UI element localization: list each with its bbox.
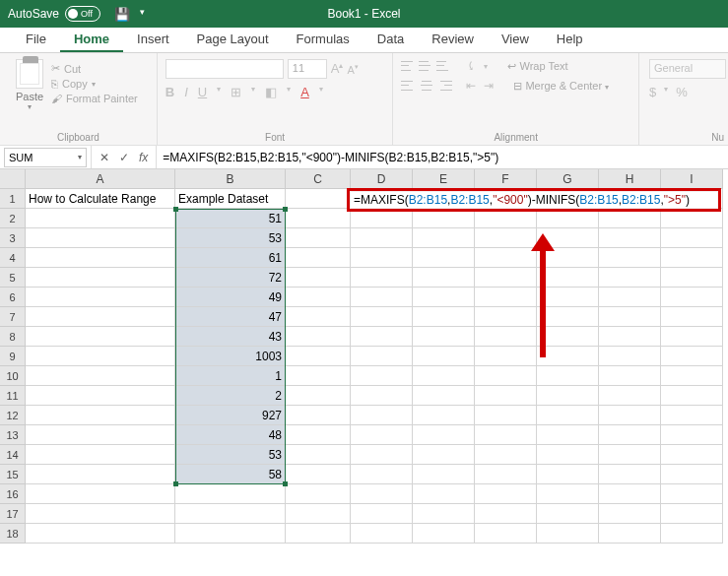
cell[interactable] <box>351 288 413 307</box>
cell[interactable] <box>661 209 723 228</box>
cell[interactable] <box>413 504 475 524</box>
cell[interactable] <box>599 288 661 307</box>
cell-B15[interactable]: 58 <box>175 465 286 484</box>
cell[interactable] <box>351 386 413 406</box>
cell-B8[interactable]: 43 <box>175 327 286 347</box>
underline-button[interactable]: U <box>198 85 207 99</box>
format-painter-button[interactable]: 🖌Format Painter <box>51 93 138 104</box>
cell[interactable] <box>537 406 599 425</box>
cell[interactable] <box>475 524 537 544</box>
cell[interactable] <box>475 465 537 484</box>
cell[interactable] <box>537 288 599 307</box>
italic-button[interactable]: I <box>184 85 188 99</box>
font-color-icon[interactable]: A <box>300 85 309 99</box>
cell[interactable] <box>286 465 351 484</box>
cell[interactable] <box>537 366 599 386</box>
grow-font-icon[interactable]: A▴ <box>331 61 344 76</box>
cell[interactable] <box>413 209 475 228</box>
cell[interactable] <box>661 386 723 406</box>
wrap-text-button[interactable]: Wrap Text <box>519 60 567 72</box>
cell[interactable] <box>26 386 175 406</box>
cell[interactable] <box>286 268 351 288</box>
selection-handle[interactable] <box>283 481 288 486</box>
cell-B9[interactable]: 1003 <box>175 347 286 366</box>
formula-input[interactable]: =MAXIFS(B2:B15,B2:B15,"<900")-MINIFS(B2:… <box>157 149 728 166</box>
row-header[interactable]: 2 <box>0 209 26 228</box>
cell[interactable] <box>413 307 475 327</box>
fill-color-icon[interactable]: ◧ <box>265 85 277 99</box>
cell[interactable] <box>26 288 175 307</box>
save-icon[interactable]: 💾 <box>114 7 130 22</box>
row-header[interactable]: 13 <box>0 425 26 445</box>
bold-button[interactable]: B <box>165 85 174 99</box>
row-header[interactable]: 7 <box>0 307 26 327</box>
select-all-corner[interactable] <box>0 169 26 189</box>
fx-icon[interactable]: fx <box>139 151 148 164</box>
cell[interactable] <box>351 366 413 386</box>
cell[interactable] <box>599 307 661 327</box>
cell[interactable] <box>661 445 723 465</box>
cell[interactable] <box>537 228 599 248</box>
cell[interactable] <box>661 524 723 544</box>
percent-button[interactable]: % <box>676 85 688 99</box>
cell[interactable] <box>413 484 475 504</box>
font-name-select[interactable] <box>165 59 284 79</box>
tab-home[interactable]: Home <box>60 28 123 52</box>
cut-button[interactable]: ✂Cut <box>51 62 138 75</box>
col-header-A[interactable]: A <box>26 169 175 189</box>
cell-B10[interactable]: 1 <box>175 366 286 386</box>
cell-B7[interactable]: 47 <box>175 307 286 327</box>
cell[interactable] <box>475 228 537 248</box>
cell[interactable] <box>661 425 723 445</box>
col-header-C[interactable]: C <box>286 169 351 189</box>
cell[interactable] <box>475 327 537 347</box>
tab-help[interactable]: Help <box>543 28 597 52</box>
cell-B2[interactable]: 51 <box>175 209 286 228</box>
cell[interactable] <box>661 228 723 248</box>
cell[interactable] <box>413 268 475 288</box>
row-header[interactable]: 10 <box>0 366 26 386</box>
cell[interactable] <box>661 406 723 425</box>
copy-button[interactable]: ⎘Copy ▾ <box>51 78 138 90</box>
cell[interactable] <box>175 504 286 524</box>
cell[interactable] <box>599 406 661 425</box>
row-header[interactable]: 8 <box>0 327 26 347</box>
cell[interactable] <box>537 504 599 524</box>
qat-dropdown-icon[interactable]: ▾ <box>140 7 145 22</box>
cell-B3[interactable]: 53 <box>175 228 286 248</box>
cell[interactable] <box>537 386 599 406</box>
cell-B14[interactable]: 53 <box>175 445 286 465</box>
cell[interactable] <box>26 228 175 248</box>
tab-insert[interactable]: Insert <box>123 28 183 52</box>
cell[interactable] <box>413 327 475 347</box>
cell[interactable] <box>599 347 661 366</box>
cell[interactable] <box>286 248 351 268</box>
cancel-icon[interactable]: ✕ <box>99 151 109 164</box>
cell-B5[interactable]: 72 <box>175 268 286 288</box>
tab-file[interactable]: File <box>12 28 60 52</box>
cell[interactable] <box>351 248 413 268</box>
cell[interactable] <box>475 307 537 327</box>
cell[interactable] <box>286 307 351 327</box>
cell[interactable] <box>661 347 723 366</box>
cell[interactable] <box>26 248 175 268</box>
cell[interactable] <box>351 228 413 248</box>
cell-A1[interactable]: How to Calculate Range <box>26 189 175 209</box>
row-header[interactable]: 17 <box>0 504 26 524</box>
font-size-select[interactable]: 11 <box>288 59 327 79</box>
cell[interactable] <box>599 445 661 465</box>
cell[interactable] <box>286 347 351 366</box>
cell[interactable] <box>537 347 599 366</box>
cell-B13[interactable]: 48 <box>175 425 286 445</box>
cell[interactable] <box>661 288 723 307</box>
cell[interactable] <box>475 209 537 228</box>
cell[interactable] <box>599 248 661 268</box>
col-header-D[interactable]: D <box>351 169 413 189</box>
cell[interactable] <box>475 366 537 386</box>
cell[interactable] <box>413 347 475 366</box>
cell[interactable] <box>286 327 351 347</box>
row-header[interactable]: 1 <box>0 189 26 209</box>
col-header-F[interactable]: F <box>475 169 537 189</box>
cell[interactable] <box>286 445 351 465</box>
cell[interactable] <box>413 465 475 484</box>
